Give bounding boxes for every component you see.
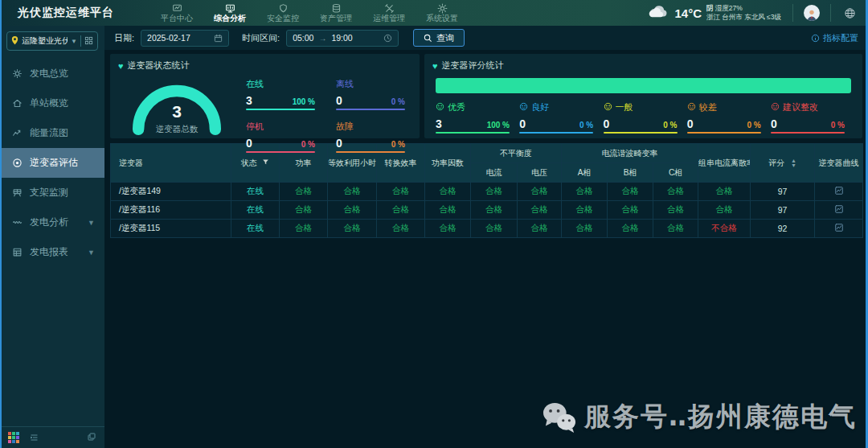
stat-故障: 故障00 % [336,121,405,153]
check-cell: 合格 [698,183,751,201]
check-cell: 合格 [328,183,377,201]
date-input[interactable]: 2025-02-17 [141,30,229,47]
station-selector[interactable]: 运隆塑业光伏站 ▼ [6,31,98,51]
nav-item-安全监控[interactable]: 安全监控 [267,3,299,23]
time-start: 05:00 [293,33,313,43]
station-list-icon[interactable] [84,34,93,48]
date-label: 日期: [114,32,134,44]
stat-percent: 0 % [579,121,593,129]
sidebar-item-能量流图[interactable]: 能量流图 [0,118,104,148]
score-distribution-bar [436,78,851,93]
check-cell: 合格 [562,201,608,220]
nav-item-综合分析[interactable]: 综合分析 [214,3,246,23]
metric-config-button[interactable]: 指标配置 [811,32,858,44]
nav-item-平台中心[interactable]: 平台中心 [161,3,193,23]
check-cell: 合格 [377,220,425,238]
filter-funnel-icon[interactable] [262,158,269,167]
stat-较差: 较差00 % [687,101,761,134]
sidebar-item-支架监测[interactable]: 支架监测 [0,178,104,208]
curve-chart-icon[interactable] [834,223,844,232]
curve-chart-icon[interactable] [834,204,844,214]
app-title: 光伏监控运维平台 [0,6,161,20]
sidebar-footer [0,426,104,448]
inverter-name: /逆变器149 [111,183,231,201]
apps-grid-icon[interactable] [8,432,19,443]
report-icon [12,247,23,257]
smiley-icon [604,102,612,113]
check-cell: 合格 [280,201,328,220]
check-cell: 合格 [518,183,562,201]
stat-建议整改: 建议整改00 % [771,101,845,134]
check-cell: 合格 [471,201,518,220]
chevron-down-icon: ▼ [88,219,95,227]
stat-一般: 一般00 % [604,101,678,134]
sidebar-item-label: 单站概览 [30,97,68,110]
language-globe-button[interactable] [831,0,868,26]
sidebar-item-发电分析[interactable]: 发电分析▼ [0,208,104,237]
sidebar-item-label: 支架监测 [30,186,68,199]
inverter-score: 97 [751,201,815,220]
inverter-status: 在线 [231,201,280,220]
menu-list-icon[interactable] [29,433,39,442]
stat-percent: 0 % [663,121,677,129]
column-header-电压: 电压 [518,163,562,183]
table-row[interactable]: /逆变器115在线合格合格合格合格合格合格合格合格合格不合格92 [111,220,863,238]
nav-item-系统设置[interactable]: 系统设置 [426,3,458,23]
check-cell: 合格 [608,201,653,220]
weather-region: 浙江 台州市 [706,13,743,21]
table-row[interactable]: /逆变器149在线合格合格合格合格合格合格合格合格合格合格97 [111,183,863,201]
sidebar-item-发电总览[interactable]: 发电总览 [0,59,104,88]
user-avatar[interactable] [793,0,830,26]
smiley-icon [687,102,696,113]
check-cell: 合格 [518,220,562,238]
nav-item-运维管理[interactable]: 运维管理 [373,3,405,23]
sidebar-item-逆变器评估[interactable]: 逆变器评估 [0,148,104,178]
database-icon [331,3,342,14]
sun-icon [12,68,23,79]
sidebar-item-发电报表[interactable]: 发电报表▼ [0,237,104,267]
gear-icon [437,3,448,14]
top-nav: 平台中心综合分析安全监控资产管理运维管理系统设置 [161,3,458,23]
watermark: 服务号‥扬州康德电气 [541,399,857,435]
column-group-电流谐波畸变率: 电流谐波畸变率 [562,144,698,163]
inverter-status-panel: ♥ 逆变器状态统计 3 逆变器总数 在线3100 %离线00 %停机00 %故障… [110,54,420,138]
globe-icon [844,7,856,19]
stat-value: 0 [336,137,342,150]
stat-value: 0 [519,117,526,130]
nav-item-资产管理[interactable]: 资产管理 [320,3,352,23]
stat-label: 一般 [616,101,633,113]
stat-value: 3 [246,94,252,107]
main-content: 日期: 2025-02-17 时间区间: 05:00 → 19:00 查询 [104,26,868,448]
table-row[interactable]: /逆变器116在线合格合格合格合格合格合格合格合格合格合格97 [111,201,863,220]
time-end: 19:00 [331,33,352,43]
time-range-input[interactable]: 05:00 → 19:00 [286,30,399,47]
date-value: 2025-02-17 [147,33,209,43]
stat-label: 良好 [531,101,549,113]
column-header-B相: B相 [608,163,653,183]
inverter-name: /逆变器115 [111,220,231,238]
collapse-sidebar-icon[interactable] [87,430,96,445]
top-header: 光伏监控运维平台 平台中心综合分析安全监控资产管理运维管理系统设置 14°C 阴… [0,0,868,26]
sort-icon[interactable]: ▲▼ [791,158,796,169]
weather-humidity: 湿度27% [715,4,743,12]
score-stats: 优秀3100 %良好00 %一般00 %较差00 %建议整改00 % [424,93,862,134]
station-name: 运隆塑业光伏站 [22,35,68,47]
flow-icon [12,128,23,138]
check-cell: 合格 [328,220,377,238]
stat-value: 0 [771,117,777,130]
sidebar-item-单站概览[interactable]: 单站概览 [0,88,104,118]
check-cell: 合格 [653,220,698,238]
check-cell: 不合格 [698,220,751,238]
header-right: 14°C 阴 湿度27% 浙江 台州市 东北风 ≤3级 [649,0,868,26]
calendar-icon [214,34,223,43]
sidebar: 运隆塑业光伏站 ▼ 发电总览单站概览能量流图逆变器评估支架监测发电分析▼发电报表… [0,26,104,448]
curve-chart-icon[interactable] [834,186,844,195]
check-cell: 合格 [280,220,328,238]
check-cell: 合格 [698,201,751,220]
check-cell: 合格 [377,201,425,220]
query-button[interactable]: 查询 [413,29,465,47]
inverter-status: 在线 [231,183,280,201]
column-header-C相: C相 [653,163,698,183]
check-cell: 合格 [608,220,653,238]
nav-item-label: 资产管理 [320,14,352,23]
